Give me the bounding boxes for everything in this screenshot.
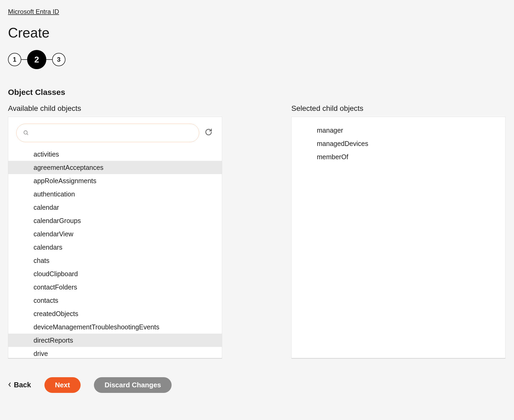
available-item[interactable]: calendar	[8, 201, 222, 214]
refresh-button[interactable]	[203, 128, 214, 138]
chevron-left-icon	[8, 381, 12, 389]
stepper: 1 2 3	[8, 50, 506, 69]
available-list-box: activitiesagreementAcceptancesappRoleAss…	[8, 117, 222, 359]
available-item[interactable]: chats	[8, 254, 222, 267]
step-connector	[21, 59, 27, 60]
available-item[interactable]: deviceManagementTroubleshootingEvents	[8, 320, 222, 334]
selected-label: Selected child objects	[291, 104, 505, 113]
section-heading: Object Classes	[8, 88, 506, 97]
discard-button[interactable]: Discard Changes	[94, 377, 172, 393]
step-connector	[46, 59, 52, 60]
next-button[interactable]: Next	[44, 377, 81, 393]
selected-item[interactable]: managedDevices	[292, 137, 505, 150]
back-button[interactable]: Back	[8, 381, 31, 389]
available-item[interactable]: drive	[8, 347, 222, 359]
available-item[interactable]: contactFolders	[8, 280, 222, 294]
available-item[interactable]: appRoleAssignments	[8, 174, 222, 187]
available-item[interactable]: calendars	[8, 241, 222, 254]
step-2[interactable]: 2	[27, 50, 46, 69]
available-item[interactable]: createdObjects	[8, 307, 222, 320]
refresh-icon	[205, 128, 212, 137]
search-input[interactable]	[32, 129, 192, 137]
breadcrumb-link[interactable]: Microsoft Entra ID	[8, 8, 59, 15]
available-label: Available child objects	[8, 104, 222, 113]
step-1[interactable]: 1	[8, 53, 21, 66]
search-input-wrapper[interactable]	[16, 124, 199, 142]
available-item[interactable]: cloudClipboard	[8, 267, 222, 280]
available-item[interactable]: contacts	[8, 294, 222, 307]
svg-point-0	[24, 131, 27, 134]
available-item[interactable]: directReports	[8, 334, 222, 347]
back-label: Back	[14, 381, 31, 389]
search-icon	[23, 130, 29, 136]
available-item[interactable]: authentication	[8, 187, 222, 201]
available-item[interactable]: agreementAcceptances	[8, 161, 222, 174]
available-item[interactable]: activities	[8, 148, 222, 161]
available-item[interactable]: calendarView	[8, 227, 222, 241]
selected-list-box: managermanagedDevicesmemberOf	[291, 117, 505, 359]
svg-line-1	[27, 134, 28, 135]
available-item[interactable]: calendarGroups	[8, 214, 222, 227]
page-title: Create	[8, 25, 506, 41]
selected-item[interactable]: manager	[292, 124, 505, 137]
step-3[interactable]: 3	[52, 53, 65, 66]
selected-item[interactable]: memberOf	[292, 150, 505, 163]
